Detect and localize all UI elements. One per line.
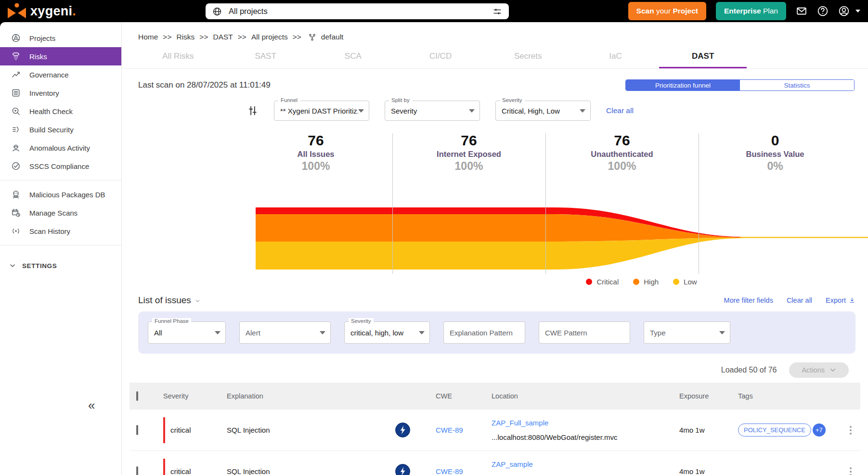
risk-tabs: All RisksSASTSCACI/CDSecretsIaCDAST [134,45,747,68]
tab-dast[interactable]: DAST [659,45,747,68]
tab-all-risks[interactable]: All Risks [134,45,222,68]
calendar-clock-icon [11,207,21,218]
legend-critical: Critical [586,278,619,286]
col-exposure: Exposure [679,392,738,400]
logo-text: xygeni [30,4,72,18]
actions-button[interactable]: Actions [789,362,849,378]
breadcrumb-home[interactable]: Home [138,33,158,41]
sidebar-item-projects[interactable]: Projects [0,29,121,47]
sidebar-item-label: Malicious Packages DB [29,191,105,199]
tab-ci-cd[interactable]: CI/CD [397,45,484,68]
breadcrumb-current: default [321,33,344,41]
severity-legend: CriticalHighLow [256,278,868,286]
sidebar-item-anomalous-activity[interactable]: Anomalous Activity [0,139,121,157]
tab-sca[interactable]: SCA [309,45,397,68]
severity-bar [163,417,165,443]
filter-label: Severity [500,97,525,103]
enterprise-plan-button[interactable]: Enterprise Plan [716,2,786,20]
account-caret-icon[interactable] [855,10,860,13]
more-filter-fields-link[interactable]: More filter fields [724,296,773,304]
stage-count: 0 [699,132,852,149]
filter-select-alert[interactable]: Alert [239,321,331,344]
funnel-filter-funnel[interactable]: Funnel** Xygeni DAST Prioritiz... [274,101,369,121]
tags-more-badge[interactable]: +7 [813,424,826,436]
severity-bar [163,459,165,475]
chevron-down-icon [194,298,201,304]
sidebar-collapse-button[interactable]: « [88,399,95,411]
legend-dot-icon [673,279,679,285]
stage-name: Business Value [699,150,852,159]
filter-input-cwe-pattern[interactable]: CWE Pattern [539,321,630,344]
aperture-icon [11,33,21,43]
legend-dot-icon [633,279,639,285]
filter-select-critical-high-low[interactable]: Severitycritical, high, low [344,321,430,344]
clear-all-link[interactable]: Clear all [787,296,812,304]
sidebar-item-label: Inventory [29,89,59,97]
location-link[interactable]: ZAP_Full_sample [492,419,548,427]
breadcrumb-all-projects[interactable]: All projects [251,33,288,41]
sidebar-item-label: Scan History [29,227,70,235]
sidebar-item-inventory[interactable]: Inventory [0,84,121,102]
location-link[interactable]: ZAP_sample [492,460,533,468]
stage-name: Unauthenticated [545,150,699,159]
filter-select-all[interactable]: Funnel PhaseAll [148,321,226,344]
location-path: ...localhost:8080/WebGoat/register.mvc [492,430,679,444]
topbar-actions: Scan your Project Enterprise Plan [628,0,860,22]
mail-icon[interactable] [796,5,807,17]
cwe-link[interactable]: CWE-89 [436,467,463,475]
row-menu-icon[interactable] [841,424,860,436]
sidebar-item-health-check[interactable]: Health Check [0,102,121,120]
dropdown-caret-icon [358,109,364,113]
row-checkbox[interactable] [136,425,138,435]
sidebar-item-governance[interactable]: Governance [0,65,121,84]
toggle-statistics[interactable]: Statistics [740,80,854,90]
search-filter-icon[interactable] [492,7,502,16]
exposure-value: 4mo 1w [679,467,738,475]
view-toggle: Prioritization funnel Statistics [625,79,855,91]
scan-your-project-button[interactable]: Scan your Project [628,2,706,20]
sidebar-item-build-security[interactable]: Build Security [0,120,121,139]
xygeni-logo-icon [7,3,27,19]
funnel-clear-all-link[interactable]: Clear all [606,106,634,115]
help-icon[interactable] [817,5,829,17]
tab-secrets[interactable]: Secrets [484,45,572,68]
legend-label: High [644,278,659,286]
row-checkbox[interactable] [136,466,138,475]
xygeni-logo[interactable]: xygeni. [7,3,76,19]
settings-label: SETTINGS [22,262,57,270]
funnel-settings-icon[interactable] [247,105,259,116]
sidebar-item-sscs-compliance[interactable]: SSCS Compliance [0,157,121,175]
sidebar-item-malicious-packages-db[interactable]: Malicious Packages DB [0,185,121,204]
funnel-stage-business-value: 0Business Value0% [699,132,852,173]
last-scan-info: Last scan on 28/07/2025 at 11:01:49 [138,80,271,90]
select-all-checkbox[interactable] [136,391,138,401]
sidebar-item-risks[interactable]: Risks [0,47,121,65]
filter-select-type[interactable]: Type [644,321,730,344]
list-of-issues-title[interactable]: List of issues [138,295,201,306]
breadcrumb-risks[interactable]: Risks [176,33,194,41]
toggle-prioritization-funnel[interactable]: Prioritization funnel [626,80,740,90]
sidebar-item-label: Manage Scans [29,209,78,217]
export-link[interactable]: Export [826,296,855,304]
sidebar-item-scan-history[interactable]: Scan History [0,222,121,240]
breadcrumb-dast[interactable]: DAST [213,33,233,41]
tab-sast[interactable]: SAST [222,45,310,68]
issues-links: More filter fieldsClear allExport [724,296,855,304]
funnel-filter-severity[interactable]: SeverityCritical, High, Low [495,101,591,121]
tag-chip[interactable]: POLICY_SEQUENCE [738,424,811,436]
row-menu-icon[interactable] [841,465,860,475]
tab-iac[interactable]: IaC [572,45,660,68]
sidebar-item-label: SSCS Compliance [29,162,89,170]
dropdown-caret-icon [215,331,220,334]
sidebar-item-manage-scans[interactable]: Manage Scans [0,204,121,222]
funnel-stage-unauthenticated: 76Unauthenticated100% [545,132,699,173]
account-icon[interactable] [838,5,850,17]
chevron-down-icon [9,262,16,270]
sidebar: ProjectsRisksGovernanceInventoryHealth C… [0,22,122,475]
filter-input-explanation-pattern[interactable]: Explanation Pattern [443,321,525,344]
cwe-link[interactable]: CWE-89 [436,426,463,434]
sidebar-item-settings[interactable]: SETTINGS [0,250,121,270]
funnel-dots-icon [11,51,21,62]
project-search[interactable]: All projects [206,3,509,19]
funnel-filter-split-by[interactable]: Split bySeverity [385,101,480,121]
